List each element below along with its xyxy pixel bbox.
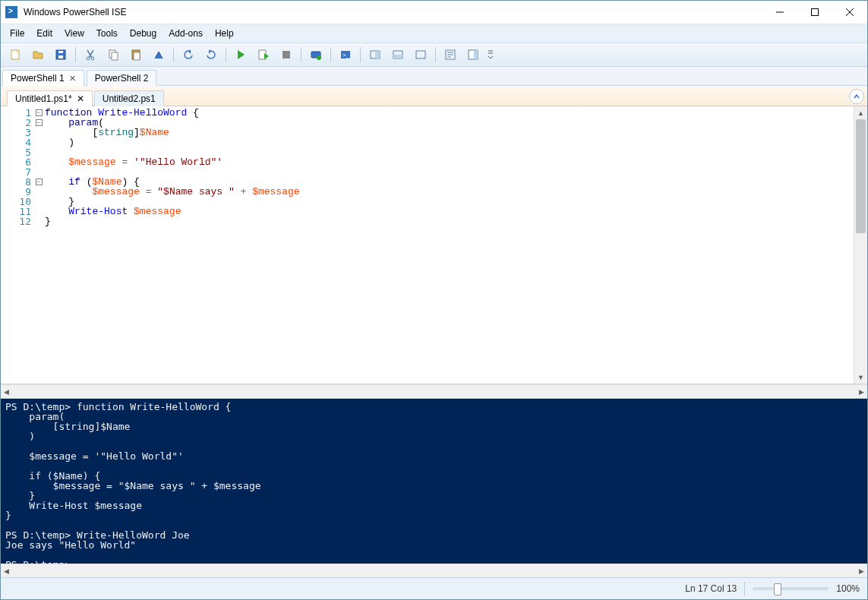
toolbar: >_ bbox=[1, 43, 867, 67]
window-controls bbox=[762, 1, 867, 24]
fold-marker[interactable] bbox=[34, 137, 43, 147]
maximize-button[interactable] bbox=[797, 1, 832, 24]
remote-button[interactable] bbox=[306, 46, 326, 64]
stop-button[interactable] bbox=[276, 46, 296, 64]
menu-edit[interactable]: Edit bbox=[30, 26, 58, 41]
fold-marker[interactable] bbox=[34, 147, 43, 157]
scroll-left-arrow-icon[interactable]: ◀ bbox=[4, 567, 9, 575]
toolbar-separator bbox=[75, 47, 76, 62]
toolbar-overflow-button[interactable] bbox=[486, 46, 495, 64]
code-line[interactable]: } bbox=[45, 216, 854, 226]
close-tab-icon[interactable]: ✕ bbox=[77, 93, 84, 104]
fold-marker[interactable] bbox=[34, 216, 43, 226]
powershell-tab[interactable]: PowerShell 2 bbox=[87, 70, 157, 86]
app-icon bbox=[5, 6, 17, 18]
layout-bottom-button[interactable] bbox=[388, 46, 408, 64]
fold-marker[interactable] bbox=[34, 167, 43, 177]
code-line[interactable] bbox=[45, 167, 854, 177]
open-button[interactable] bbox=[28, 46, 48, 64]
fold-marker[interactable] bbox=[34, 187, 43, 197]
powershell-tab[interactable]: PowerShell 1✕ bbox=[2, 70, 84, 86]
scroll-left-arrow-icon[interactable]: ◀ bbox=[4, 388, 9, 396]
toolbar-separator bbox=[301, 47, 301, 62]
code-line[interactable]: $message = '"Hello World"' bbox=[45, 157, 854, 167]
zoom-slider-handle[interactable] bbox=[774, 583, 781, 595]
fold-marker[interactable] bbox=[34, 207, 43, 216]
line-number: 12 bbox=[1, 216, 31, 226]
fold-marker[interactable]: − bbox=[34, 108, 43, 118]
fold-marker[interactable]: − bbox=[34, 177, 43, 187]
fold-marker[interactable]: − bbox=[34, 118, 43, 128]
svg-rect-6 bbox=[58, 55, 63, 58]
fold-marker[interactable] bbox=[34, 128, 43, 137]
scroll-up-arrow-icon[interactable]: ▲ bbox=[854, 106, 867, 119]
svg-rect-13 bbox=[134, 52, 140, 60]
zoom-slider[interactable] bbox=[753, 587, 829, 590]
svg-rect-15 bbox=[282, 51, 290, 58]
paste-button[interactable] bbox=[126, 46, 146, 64]
toolbar-separator bbox=[226, 47, 226, 62]
code-line[interactable]: Write-Host $message bbox=[45, 207, 854, 216]
menu-add-ons[interactable]: Add-ons bbox=[163, 26, 209, 41]
show-command-addon-button[interactable] bbox=[463, 46, 483, 64]
svg-rect-1 bbox=[812, 9, 819, 16]
collapse-script-pane-button[interactable] bbox=[849, 89, 864, 104]
code-line[interactable]: [string]$Name bbox=[45, 128, 854, 137]
code-line[interactable]: ) bbox=[45, 137, 854, 147]
line-number-gutter: 123456789101112 bbox=[1, 106, 34, 384]
undo-button[interactable] bbox=[178, 46, 198, 64]
layout-right-button[interactable] bbox=[365, 46, 385, 64]
save-button[interactable] bbox=[51, 46, 71, 64]
toolbar-separator bbox=[330, 47, 331, 62]
copy-button[interactable] bbox=[103, 46, 123, 64]
menu-view[interactable]: View bbox=[58, 26, 90, 41]
show-command-button[interactable] bbox=[440, 46, 460, 64]
fold-marker[interactable] bbox=[34, 157, 43, 167]
minimize-button[interactable] bbox=[762, 1, 797, 24]
scrollbar-thumb[interactable] bbox=[856, 119, 866, 233]
fold-column[interactable]: −−− bbox=[34, 106, 43, 384]
svg-rect-7 bbox=[58, 51, 63, 53]
code-line[interactable]: function Write-HelloWord { bbox=[45, 108, 854, 118]
menu-debug[interactable]: Debug bbox=[124, 26, 163, 41]
close-tab-icon[interactable]: ✕ bbox=[69, 74, 76, 84]
menu-file[interactable]: File bbox=[4, 26, 30, 41]
close-button[interactable] bbox=[832, 1, 867, 24]
code-line[interactable]: $message = "$Name says " + $message bbox=[45, 187, 854, 197]
console-pane[interactable]: PS D:\temp> function Write-HelloWord { p… bbox=[1, 399, 867, 564]
tab-label: PowerShell 2 bbox=[95, 73, 149, 84]
window-title: Windows PowerShell ISE bbox=[24, 7, 762, 17]
script-tab[interactable]: Untitled1.ps1*✕ bbox=[7, 90, 93, 106]
run-button[interactable] bbox=[231, 46, 251, 64]
cut-button[interactable] bbox=[80, 46, 100, 64]
layout-full-button[interactable] bbox=[411, 46, 431, 64]
tab-label: Untitled1.ps1* bbox=[15, 93, 72, 104]
script-tab[interactable]: Untitled2.ps1 bbox=[94, 90, 164, 106]
powershell-button[interactable]: >_ bbox=[336, 46, 355, 64]
run-selection-button[interactable] bbox=[254, 46, 273, 64]
menu-help[interactable]: Help bbox=[209, 26, 240, 41]
statusbar: Ln 17 Col 13 100% bbox=[1, 577, 867, 599]
scroll-right-arrow-icon[interactable]: ▶ bbox=[859, 388, 864, 396]
app-window: Windows PowerShell ISE FileEditViewTools… bbox=[0, 0, 868, 600]
scroll-down-arrow-icon[interactable]: ▼ bbox=[854, 371, 867, 384]
console-horizontal-scrollbar[interactable]: ◀ ▶ bbox=[1, 564, 867, 577]
toolbar-separator bbox=[435, 47, 436, 62]
editor-horizontal-scrollbar[interactable]: ◀ ▶ bbox=[1, 384, 867, 399]
svg-rect-23 bbox=[393, 55, 402, 58]
svg-rect-27 bbox=[474, 50, 478, 59]
titlebar: Windows PowerShell ISE bbox=[1, 1, 867, 24]
svg-rect-11 bbox=[112, 52, 118, 60]
redo-button[interactable] bbox=[201, 46, 221, 64]
menu-tools[interactable]: Tools bbox=[90, 26, 124, 41]
tab-label: PowerShell 1 bbox=[11, 73, 65, 84]
script-editor[interactable]: 123456789101112 −−− function Write-Hello… bbox=[1, 106, 867, 384]
svg-point-9 bbox=[91, 57, 94, 60]
fold-marker[interactable] bbox=[34, 197, 43, 207]
scroll-right-arrow-icon[interactable]: ▶ bbox=[859, 567, 864, 575]
code-area[interactable]: function Write-HelloWord { param( [strin… bbox=[43, 106, 854, 384]
svg-point-17 bbox=[317, 55, 321, 60]
clear-button[interactable] bbox=[149, 46, 169, 64]
new-button[interactable] bbox=[5, 46, 25, 64]
editor-vertical-scrollbar[interactable]: ▲ ▼ bbox=[854, 106, 867, 384]
